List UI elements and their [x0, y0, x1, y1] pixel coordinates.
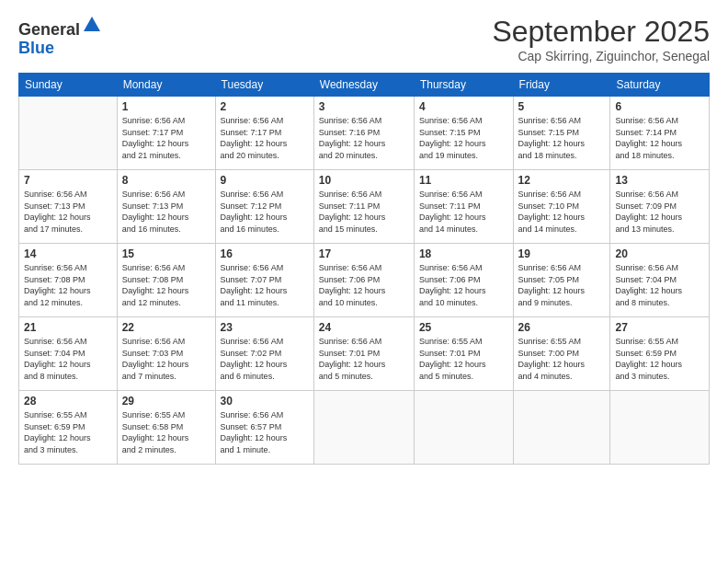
day-info: Sunrise: 6:56 AM Sunset: 7:08 PM Dayligh…: [24, 262, 112, 308]
day-info: Sunrise: 6:56 AM Sunset: 7:03 PM Dayligh…: [122, 336, 210, 382]
table-row: 3Sunrise: 6:56 AM Sunset: 7:16 PM Daylig…: [313, 97, 414, 170]
day-number: 2: [221, 100, 309, 113]
day-number: 17: [319, 247, 409, 260]
day-number: 5: [518, 100, 606, 113]
table-row: 13Sunrise: 6:56 AM Sunset: 7:09 PM Dayli…: [610, 170, 710, 244]
table-row: 18Sunrise: 6:56 AM Sunset: 7:06 PM Dayli…: [414, 244, 513, 317]
day-info: Sunrise: 6:56 AM Sunset: 7:05 PM Dayligh…: [518, 262, 606, 308]
logo: General Blue: [18, 15, 102, 58]
calendar-page: General Blue September 2025 Cap Skirring…: [0, 0, 728, 563]
day-info: Sunrise: 6:56 AM Sunset: 7:10 PM Dayligh…: [518, 189, 606, 235]
logo-general-text: General: [18, 20, 80, 39]
day-info: Sunrise: 6:56 AM Sunset: 7:17 PM Dayligh…: [122, 115, 210, 161]
table-row: 22Sunrise: 6:56 AM Sunset: 7:03 PM Dayli…: [117, 317, 215, 391]
day-info: Sunrise: 6:56 AM Sunset: 7:17 PM Dayligh…: [221, 115, 309, 161]
svg-marker-0: [84, 17, 100, 31]
day-number: 7: [24, 174, 112, 187]
day-number: 22: [122, 321, 210, 334]
day-number: 15: [122, 247, 210, 260]
col-wednesday: Wednesday: [313, 74, 414, 97]
table-row: 10Sunrise: 6:56 AM Sunset: 7:11 PM Dayli…: [313, 170, 414, 244]
table-row: 25Sunrise: 6:55 AM Sunset: 7:01 PM Dayli…: [414, 317, 513, 391]
day-info: Sunrise: 6:56 AM Sunset: 7:08 PM Dayligh…: [122, 262, 210, 308]
day-info: Sunrise: 6:56 AM Sunset: 7:16 PM Dayligh…: [319, 115, 409, 161]
logo-icon: [82, 15, 102, 35]
table-row: 8Sunrise: 6:56 AM Sunset: 7:13 PM Daylig…: [117, 170, 215, 244]
day-info: Sunrise: 6:56 AM Sunset: 7:06 PM Dayligh…: [319, 262, 409, 308]
day-number: 29: [122, 395, 210, 408]
header: General Blue September 2025 Cap Skirring…: [18, 15, 710, 63]
day-info: Sunrise: 6:56 AM Sunset: 7:01 PM Dayligh…: [319, 336, 409, 382]
day-info: Sunrise: 6:56 AM Sunset: 7:11 PM Dayligh…: [419, 189, 508, 235]
table-row: 4Sunrise: 6:56 AM Sunset: 7:15 PM Daylig…: [414, 97, 513, 170]
day-number: 6: [615, 100, 704, 113]
table-row: 14Sunrise: 6:56 AM Sunset: 7:08 PM Dayli…: [19, 244, 118, 317]
day-info: Sunrise: 6:56 AM Sunset: 7:04 PM Dayligh…: [24, 336, 112, 382]
day-info: Sunrise: 6:55 AM Sunset: 6:59 PM Dayligh…: [24, 409, 112, 455]
day-info: Sunrise: 6:56 AM Sunset: 7:13 PM Dayligh…: [24, 189, 112, 235]
day-number: 8: [122, 174, 210, 187]
day-info: Sunrise: 6:56 AM Sunset: 7:14 PM Dayligh…: [615, 115, 704, 161]
day-number: 9: [221, 174, 309, 187]
day-number: 10: [319, 174, 409, 187]
table-row: [19, 97, 118, 170]
table-row: [313, 391, 414, 465]
day-number: 16: [221, 247, 309, 260]
day-number: 12: [518, 174, 606, 187]
table-row: 16Sunrise: 6:56 AM Sunset: 7:07 PM Dayli…: [215, 244, 313, 317]
logo-blue-text: Blue: [18, 39, 54, 57]
table-row: 27Sunrise: 6:55 AM Sunset: 6:59 PM Dayli…: [610, 317, 710, 391]
day-info: Sunrise: 6:56 AM Sunset: 7:15 PM Dayligh…: [419, 115, 508, 161]
table-row: 1Sunrise: 6:56 AM Sunset: 7:17 PM Daylig…: [117, 97, 215, 170]
day-number: 27: [615, 321, 704, 334]
day-number: 4: [419, 100, 508, 113]
day-info: Sunrise: 6:56 AM Sunset: 7:07 PM Dayligh…: [221, 262, 309, 308]
calendar-week-row: 14Sunrise: 6:56 AM Sunset: 7:08 PM Dayli…: [19, 244, 710, 317]
table-row: 19Sunrise: 6:56 AM Sunset: 7:05 PM Dayli…: [513, 244, 610, 317]
table-row: 28Sunrise: 6:55 AM Sunset: 6:59 PM Dayli…: [19, 391, 118, 465]
calendar-week-row: 21Sunrise: 6:56 AM Sunset: 7:04 PM Dayli…: [19, 317, 710, 391]
day-info: Sunrise: 6:56 AM Sunset: 7:06 PM Dayligh…: [419, 262, 508, 308]
table-row: 15Sunrise: 6:56 AM Sunset: 7:08 PM Dayli…: [117, 244, 215, 317]
table-row: 2Sunrise: 6:56 AM Sunset: 7:17 PM Daylig…: [215, 97, 313, 170]
table-row: [610, 391, 710, 465]
table-row: 7Sunrise: 6:56 AM Sunset: 7:13 PM Daylig…: [19, 170, 118, 244]
col-saturday: Saturday: [610, 74, 710, 97]
location-subtitle: Cap Skirring, Ziguinchor, Senegal: [492, 49, 710, 63]
table-row: 20Sunrise: 6:56 AM Sunset: 7:04 PM Dayli…: [610, 244, 710, 317]
day-number: 24: [319, 321, 409, 334]
day-number: 3: [319, 100, 409, 113]
calendar-week-row: 1Sunrise: 6:56 AM Sunset: 7:17 PM Daylig…: [19, 97, 710, 170]
day-number: 23: [221, 321, 309, 334]
title-block: September 2025 Cap Skirring, Ziguinchor,…: [492, 15, 710, 63]
day-number: 30: [221, 395, 309, 408]
col-monday: Monday: [117, 74, 215, 97]
day-number: 28: [24, 395, 112, 408]
day-number: 14: [24, 247, 112, 260]
calendar-header-row: Sunday Monday Tuesday Wednesday Thursday…: [19, 74, 710, 97]
day-info: Sunrise: 6:56 AM Sunset: 7:12 PM Dayligh…: [221, 189, 309, 235]
table-row: 29Sunrise: 6:55 AM Sunset: 6:58 PM Dayli…: [117, 391, 215, 465]
day-info: Sunrise: 6:56 AM Sunset: 7:15 PM Dayligh…: [518, 115, 606, 161]
calendar-table: Sunday Monday Tuesday Wednesday Thursday…: [18, 73, 710, 465]
day-info: Sunrise: 6:56 AM Sunset: 7:09 PM Dayligh…: [615, 189, 704, 235]
table-row: 12Sunrise: 6:56 AM Sunset: 7:10 PM Dayli…: [513, 170, 610, 244]
day-info: Sunrise: 6:56 AM Sunset: 7:13 PM Dayligh…: [122, 189, 210, 235]
day-number: 25: [419, 321, 508, 334]
table-row: 24Sunrise: 6:56 AM Sunset: 7:01 PM Dayli…: [313, 317, 414, 391]
table-row: 17Sunrise: 6:56 AM Sunset: 7:06 PM Dayli…: [313, 244, 414, 317]
day-number: 1: [122, 100, 210, 113]
day-info: Sunrise: 6:55 AM Sunset: 6:58 PM Dayligh…: [122, 409, 210, 455]
day-info: Sunrise: 6:55 AM Sunset: 7:01 PM Dayligh…: [419, 336, 508, 382]
day-number: 20: [615, 247, 704, 260]
col-friday: Friday: [513, 74, 610, 97]
day-info: Sunrise: 6:55 AM Sunset: 6:59 PM Dayligh…: [615, 336, 704, 382]
table-row: 23Sunrise: 6:56 AM Sunset: 7:02 PM Dayli…: [215, 317, 313, 391]
table-row: 5Sunrise: 6:56 AM Sunset: 7:15 PM Daylig…: [513, 97, 610, 170]
day-number: 26: [518, 321, 606, 334]
day-number: 21: [24, 321, 112, 334]
table-row: 30Sunrise: 6:56 AM Sunset: 6:57 PM Dayli…: [215, 391, 313, 465]
table-row: 26Sunrise: 6:55 AM Sunset: 7:00 PM Dayli…: [513, 317, 610, 391]
day-number: 13: [615, 174, 704, 187]
month-year-title: September 2025: [492, 15, 710, 49]
